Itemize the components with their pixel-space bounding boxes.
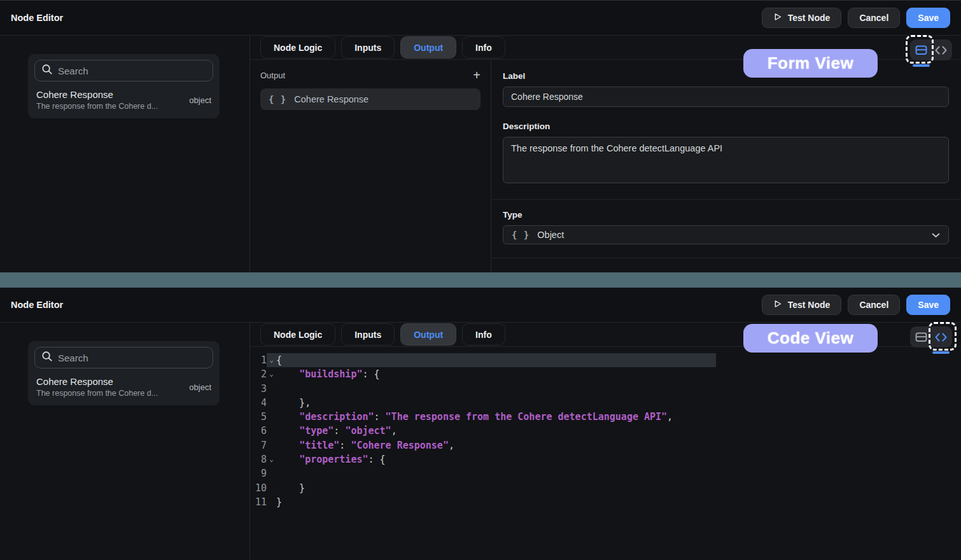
code-text: } — [276, 481, 305, 495]
code-text: }, — [276, 396, 311, 410]
form-view-icon[interactable] — [911, 328, 931, 346]
output-item-cohere-response[interactable]: { } Cohere Response — [260, 88, 481, 110]
braces-icon: { } — [512, 230, 530, 240]
save-button[interactable]: Save — [906, 295, 950, 315]
view-toggle — [910, 326, 952, 347]
list-item-cohere-response[interactable]: Cohere Response The response from the Co… — [34, 89, 213, 111]
type-select[interactable]: { } Object — [503, 225, 949, 244]
code-text: } — [276, 495, 282, 509]
tab-node-logic[interactable]: Node Logic — [260, 323, 335, 346]
view-toggle — [910, 39, 952, 60]
node-item-type-badge: object — [184, 382, 211, 392]
divider — [491, 199, 961, 200]
editor-main: Node Logic Inputs Output Info 1⌄{2⌄ "bui… — [250, 323, 961, 559]
fold-spacer — [267, 466, 276, 480]
add-output-icon[interactable]: + — [473, 70, 481, 80]
node-item-description: The response from the Cohere d... — [36, 389, 184, 398]
label-input[interactable] — [503, 87, 949, 107]
code-line[interactable]: 6 "type": "object", — [250, 424, 961, 438]
editor-main: Node Logic Inputs Output Info Output + {… — [250, 36, 961, 272]
list-item-cohere-response[interactable]: Cohere Response The response from the Co… — [34, 376, 213, 398]
code-text: "buildship": { — [276, 367, 380, 381]
label-field-label: Label — [503, 71, 949, 81]
code-line[interactable]: 7 "title": "Cohere Response", — [250, 438, 961, 452]
code-line[interactable]: 8⌄ "properties": { — [250, 452, 961, 466]
node-item-title: Cohere Response — [36, 89, 184, 100]
search-icon — [41, 64, 53, 78]
fold-spacer — [267, 410, 276, 424]
fold-chevron-icon[interactable]: ⌄ — [267, 353, 276, 367]
line-number: 1 — [250, 353, 267, 367]
test-node-button[interactable]: Test Node — [762, 295, 842, 315]
tab-node-logic[interactable]: Node Logic — [260, 36, 335, 59]
line-number: 2 — [250, 367, 267, 381]
output-item-label: Cohere Response — [294, 94, 368, 104]
code-view-icon[interactable] — [931, 328, 951, 346]
search-box[interactable] — [34, 347, 213, 368]
code-text: "title": "Cohere Response", — [276, 438, 454, 452]
divider — [491, 258, 961, 258]
code-line[interactable]: 2⌄ "buildship": { — [250, 367, 961, 381]
line-number: 6 — [250, 424, 267, 438]
line-number: 3 — [250, 382, 267, 396]
code-line[interactable]: 11} — [250, 495, 961, 509]
save-button[interactable]: Save — [906, 8, 950, 28]
tab-info[interactable]: Info — [462, 36, 505, 59]
test-node-label: Test Node — [788, 300, 831, 310]
code-editor[interactable]: 1⌄{2⌄ "buildship": {34 },5 "description"… — [250, 347, 961, 559]
search-box[interactable] — [34, 60, 213, 81]
form-view-icon[interactable] — [911, 41, 931, 59]
code-view-icon[interactable] — [931, 41, 951, 59]
code-line[interactable]: 10 } — [250, 481, 961, 495]
search-input[interactable] — [58, 66, 206, 76]
tab-info[interactable]: Info — [462, 323, 505, 346]
type-field-label: Type — [503, 210, 949, 220]
node-editor-form-panel: Node Editor Test Node Cancel Save Cohere… — [0, 0, 961, 272]
code-line[interactable]: 4 }, — [250, 396, 961, 410]
fold-chevron-icon[interactable]: ⌄ — [267, 367, 276, 381]
code-lines: 1⌄{2⌄ "buildship": {34 },5 "description"… — [250, 353, 961, 509]
output-form-column: Label Description The response from the … — [491, 60, 961, 272]
search-icon — [41, 351, 53, 365]
cancel-button[interactable]: Cancel — [848, 8, 900, 28]
active-view-underline — [932, 351, 950, 354]
line-number: 8 — [250, 452, 267, 466]
page-title: Node Editor — [11, 300, 63, 310]
node-item-type-badge: object — [184, 95, 211, 105]
test-node-button[interactable]: Test Node — [762, 8, 842, 28]
tab-output[interactable]: Output — [400, 323, 456, 346]
output-heading: Output — [260, 71, 285, 80]
search-input[interactable] — [58, 353, 206, 363]
line-number: 9 — [250, 466, 267, 480]
node-editor-code-panel: Node Editor Test Node Cancel Save Cohere… — [0, 288, 961, 560]
fold-spacer — [267, 382, 276, 396]
play-icon — [773, 12, 782, 24]
header: Node Editor Test Node Cancel Save — [0, 288, 961, 323]
tab-inputs[interactable]: Inputs — [341, 323, 395, 346]
code-text: "properties": { — [276, 452, 386, 466]
line-number: 11 — [250, 495, 267, 509]
code-text: "type": "object", — [276, 424, 397, 438]
code-line[interactable]: 5 "description": "The response from the … — [250, 410, 961, 424]
fold-chevron-icon[interactable]: ⌄ — [267, 452, 276, 466]
code-line[interactable]: 9 — [250, 466, 961, 480]
tab-inputs[interactable]: Inputs — [341, 36, 395, 59]
cancel-button[interactable]: Cancel — [848, 295, 900, 315]
code-view-annotation-badge: Code View — [743, 324, 878, 353]
header: Node Editor Test Node Cancel Save — [0, 1, 961, 36]
code-line[interactable]: 1⌄{ — [250, 353, 961, 367]
description-textarea[interactable]: The response from the Cohere detectLangu… — [503, 137, 949, 183]
screenshot-separator — [0, 272, 961, 288]
node-search-card: Cohere Response The response from the Co… — [28, 341, 220, 405]
form-view-annotation-badge: Form View — [743, 49, 878, 78]
line-number: 4 — [250, 396, 267, 410]
code-text: { — [276, 353, 282, 367]
chevron-down-icon — [932, 229, 940, 241]
code-text: "description": "The response from the Co… — [276, 410, 673, 424]
fold-spacer — [267, 495, 276, 509]
node-item-description: The response from the Cohere d... — [36, 102, 184, 111]
line-number: 5 — [250, 410, 267, 424]
tab-output[interactable]: Output — [400, 36, 456, 59]
code-line[interactable]: 3 — [250, 382, 961, 396]
page-title: Node Editor — [11, 13, 63, 23]
